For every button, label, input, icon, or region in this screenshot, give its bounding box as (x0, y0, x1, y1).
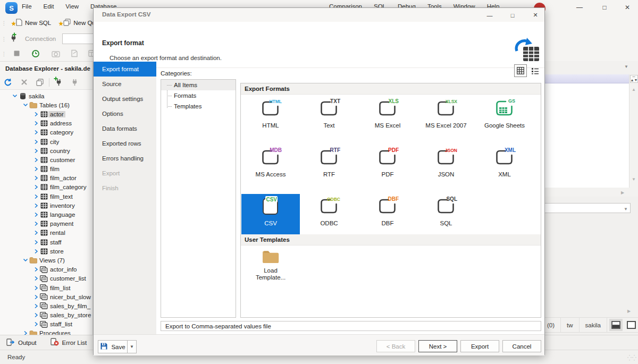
tree-item-language[interactable]: language (0, 210, 93, 219)
chevron-right-icon[interactable] (33, 240, 39, 245)
save-dropdown-arrow[interactable]: ▼ (128, 340, 137, 353)
tree-item-tables-16-[interactable]: Tables (16) (0, 100, 93, 109)
tree-item-city[interactable]: city (0, 137, 93, 146)
format-tile-html[interactable]: HTMLHTML (241, 96, 300, 137)
chevron-right-icon[interactable] (33, 148, 39, 154)
tree-item-film_actor[interactable]: film_actor (0, 174, 93, 183)
chevron-right-icon[interactable] (33, 203, 39, 208)
dialog-minimize-button[interactable]: ― (482, 10, 498, 20)
category-item-formats[interactable]: Formats (161, 90, 236, 101)
wizard-step-finish[interactable]: Finish (94, 181, 156, 196)
splitter-button[interactable]: ─▲▼ (630, 75, 638, 83)
format-tile-sql[interactable]: SQLSQL (417, 194, 475, 234)
add-connection-icon[interactable] (51, 78, 66, 87)
format-tile-dbf[interactable]: DBFDBF (358, 194, 417, 234)
wizard-step-output-settings[interactable]: Output settings (94, 91, 156, 106)
category-item-templates[interactable]: Templates (161, 101, 236, 112)
chevron-right-icon[interactable] (22, 331, 29, 335)
output-tab[interactable]: Output (6, 338, 37, 347)
tree-item-customer_list[interactable]: customer_list (0, 274, 93, 283)
save-button[interactable]: Save (98, 340, 128, 353)
chevron-right-icon[interactable] (33, 139, 39, 145)
tree-item-procedures[interactable]: Procedures (0, 329, 93, 335)
delete-icon[interactable] (16, 79, 32, 86)
editor-horizontal-scrollbar[interactable]: ▶ (545, 188, 638, 197)
history-icon[interactable] (31, 49, 40, 59)
tree-item-inventory[interactable]: inventory (0, 201, 93, 210)
tree-item-film[interactable]: film (0, 165, 93, 174)
format-tile-ms-excel-2007[interactable]: XLSXMS Excel 2007 (417, 96, 475, 137)
menu-item-view[interactable]: View (61, 2, 83, 11)
tree-item-sakila[interactable]: sakila (0, 91, 93, 100)
chevron-right-icon[interactable] (33, 157, 39, 163)
cancel-button[interactable]: Cancel (502, 340, 541, 352)
refresh-icon[interactable] (0, 78, 16, 87)
tree-item-actor_info[interactable]: actor_info (0, 265, 93, 274)
tree-item-views-7-[interactable]: Views (7) (0, 256, 93, 265)
chevron-right-icon[interactable] (33, 212, 39, 217)
tree-item-store[interactable]: store (0, 247, 93, 256)
editor-status-segment[interactable]: tw (561, 317, 580, 333)
scroll-right-icon[interactable]: ▶ (621, 190, 624, 195)
tree-item-staff_list[interactable]: staff_list (0, 320, 93, 329)
chevron-right-icon[interactable] (33, 294, 39, 300)
format-tile-odbc[interactable]: ODBCODBC (300, 194, 358, 234)
chevron-right-icon[interactable] (33, 121, 39, 126)
chevron-right-icon[interactable] (33, 276, 39, 281)
dialog-close-button[interactable]: ✕ (527, 10, 543, 20)
tree-item-rental[interactable]: rental (0, 228, 93, 238)
chevron-right-icon[interactable] (33, 175, 39, 181)
scroll-up-icon[interactable]: ▲ (629, 87, 638, 92)
dialog-maximize-button[interactable]: □ (505, 10, 521, 20)
chevron-right-icon[interactable] (33, 230, 39, 235)
tree-item-film_category[interactable]: film_category (0, 183, 93, 192)
window-close-button[interactable]: ✕ (619, 2, 635, 13)
edit-document-icon[interactable] (71, 49, 78, 58)
toolbar-overflow-icon[interactable]: ▼ (624, 64, 628, 69)
export-button[interactable]: Export (460, 340, 499, 352)
format-tile-ms-access[interactable]: MDBMS Access (241, 145, 300, 185)
window-maximize-button[interactable]: □ (597, 2, 612, 13)
tree-item-film_list[interactable]: film_list (0, 283, 93, 292)
wizard-step-source[interactable]: Source (94, 77, 156, 91)
error-list-tab[interactable]: Error List (51, 338, 87, 347)
chevron-right-icon[interactable] (33, 285, 39, 291)
split-layout-button[interactable] (609, 319, 623, 331)
wizard-step-export-format[interactable]: Export format (94, 62, 156, 77)
editor-status-segment[interactable]: sakila (580, 317, 607, 333)
chevron-down-icon[interactable] (12, 94, 18, 98)
toolbar-drag-handle[interactable]: ⋮ (0, 51, 7, 57)
format-tile-rtf[interactable]: RTFRTF (300, 145, 358, 185)
scroll-down-icon[interactable]: ▼ (629, 177, 638, 182)
menu-item-file[interactable]: File (17, 2, 37, 11)
format-tile-pdf[interactable]: PDFPDF (358, 145, 417, 185)
chevron-right-icon[interactable] (33, 112, 39, 117)
tree-item-sales_by_film_[interactable]: sales_by_film_ (0, 301, 93, 310)
chevron-right-icon[interactable] (33, 312, 39, 318)
list-view-button[interactable] (528, 64, 541, 77)
menu-item-edit[interactable]: Edit (39, 2, 59, 11)
tree-item-actor[interactable]: actor (0, 109, 93, 118)
editor-vertical-scrollbar[interactable]: ─▲▼ ▲ ▼ (629, 74, 638, 197)
stop-icon[interactable] (14, 50, 20, 57)
new-connection-icon[interactable] (10, 34, 18, 44)
chevron-right-icon[interactable] (33, 249, 39, 254)
new-sql-button[interactable]: New SQL (7, 17, 55, 29)
duplicate-icon[interactable] (32, 79, 48, 86)
collapsed-panel-icon[interactable]: ▶ (627, 309, 631, 314)
chevron-right-icon[interactable] (33, 166, 39, 172)
chevron-right-icon[interactable] (33, 303, 39, 309)
toolbar-drag-handle[interactable]: ⋮ (0, 20, 7, 26)
wizard-step-export[interactable]: Export (94, 166, 156, 181)
format-tile-csv[interactable]: CSVCSV (241, 194, 300, 234)
tree-item-payment[interactable]: payment (0, 219, 93, 228)
wizard-step-exported-rows[interactable]: Exported rows (94, 136, 156, 151)
chevron-right-icon[interactable] (33, 267, 39, 272)
disconnect-icon[interactable] (66, 78, 82, 87)
save-template-split-button[interactable]: Save ▼ (98, 340, 137, 353)
editor-document[interactable] (545, 83, 629, 188)
tree-item-country[interactable]: country (0, 146, 93, 155)
chevron-right-icon[interactable] (33, 221, 39, 226)
window-minimize-button[interactable]: ― (572, 2, 587, 13)
format-tile-text[interactable]: TXTText (300, 96, 358, 137)
